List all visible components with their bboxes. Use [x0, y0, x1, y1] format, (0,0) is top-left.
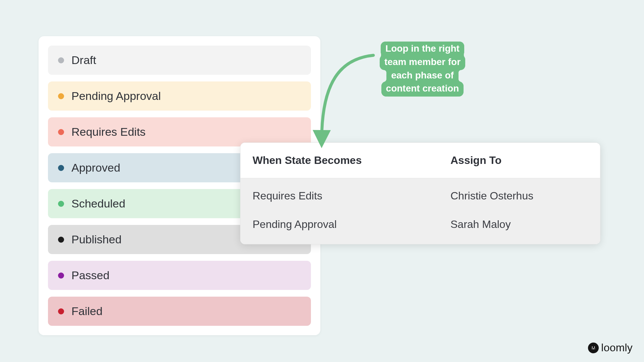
status-label: Pending Approval [71, 89, 161, 103]
callout-text: Loop in the right [381, 42, 464, 57]
svg-point-1 [593, 348, 594, 349]
assignment-assignee: Christie Osterhus [450, 190, 588, 202]
status-dot-icon [58, 237, 64, 243]
callout-bubble: Loop in the right team member for each p… [373, 38, 472, 101]
callout-text: content creation [381, 81, 464, 97]
status-item-pending-approval[interactable]: Pending Approval [48, 81, 311, 111]
status-item-passed[interactable]: Passed [48, 261, 311, 290]
status-dot-icon [58, 165, 64, 171]
status-label: Passed [71, 269, 109, 282]
status-label: Approved [71, 161, 120, 174]
brand-logo: loomly [588, 342, 633, 354]
brand-icon [588, 343, 599, 353]
assignment-rules-popup: When State Becomes Assign To Requires Ed… [240, 142, 600, 244]
svg-point-0 [590, 345, 596, 351]
assignment-header: When State Becomes Assign To [240, 143, 600, 178]
status-label: Requires Edits [71, 125, 146, 138]
assignment-state: Requires Edits [253, 190, 450, 202]
brand-name: loomly [601, 342, 633, 354]
assignment-row[interactable]: Pending Approval Sarah Maloy [253, 218, 588, 231]
status-label: Scheduled [71, 197, 125, 210]
status-dot-icon [58, 93, 64, 99]
status-label: Draft [71, 54, 96, 67]
status-label: Published [71, 233, 121, 246]
assignment-state: Pending Approval [253, 218, 450, 231]
status-item-requires-edits[interactable]: Requires Edits [48, 117, 311, 146]
column-header-assign: Assign To [450, 154, 588, 167]
status-label: Failed [71, 305, 103, 318]
status-item-failed[interactable]: Failed [48, 297, 311, 326]
callout-text: team member for [380, 55, 465, 70]
assignment-row[interactable]: Requires Edits Christie Osterhus [253, 190, 588, 202]
status-dot-icon [58, 308, 64, 314]
status-dot-icon [58, 129, 64, 135]
status-dot-icon [58, 273, 64, 279]
status-item-draft[interactable]: Draft [48, 46, 311, 75]
status-dot-icon [58, 201, 64, 207]
column-header-state: When State Becomes [253, 154, 450, 167]
callout-text: each phase of [386, 68, 459, 83]
callout-arrow-icon [314, 52, 384, 149]
assignment-assignee: Sarah Maloy [450, 218, 588, 231]
assignment-body: Requires Edits Christie Osterhus Pending… [240, 178, 600, 244]
status-dot-icon [58, 57, 64, 63]
